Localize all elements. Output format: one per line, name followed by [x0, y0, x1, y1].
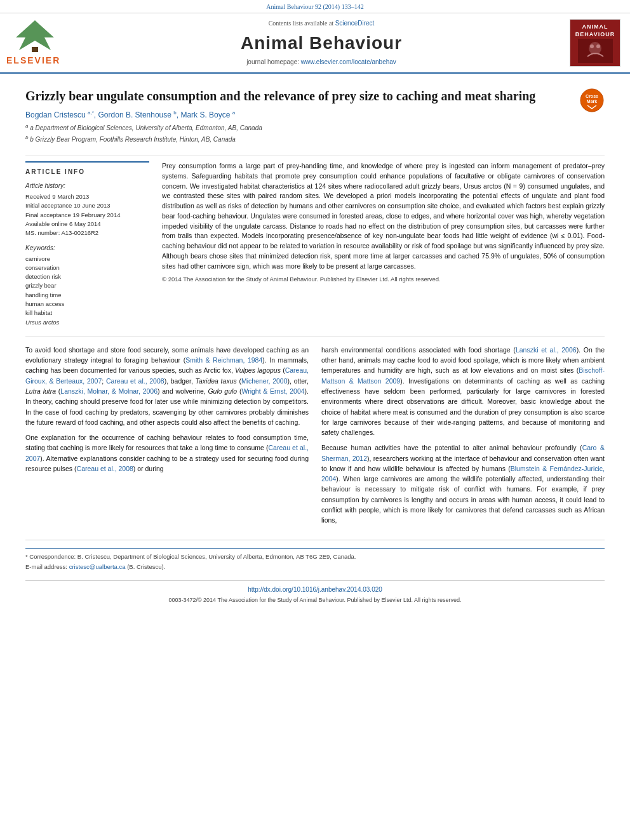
issn-line: 0003-3472/© 2014 The Association for the… [25, 596, 605, 604]
ab-logo-image [578, 39, 613, 63]
email-link[interactable]: cristesc@ualberta.ca [69, 563, 126, 570]
page-wrapper: Animal Behaviour 92 (2014) 133–142 ELSEV… [0, 0, 630, 610]
svg-point-5 [590, 44, 594, 48]
content-area: Grizzly bear ungulate consumption and th… [0, 74, 630, 611]
keyword-7: kill habitat [25, 309, 149, 317]
affil-sup-b: b [173, 110, 176, 116]
journal-homepage: journal homepage: www.elsevier.com/locat… [83, 58, 560, 67]
journal-title: Animal Behaviour [83, 30, 560, 55]
elsevier-tree-icon [6, 18, 64, 53]
article-info-box: ARTICLE INFO Article history: Received 9… [25, 161, 149, 326]
ref-wright[interactable]: Wright & Ernst, 2004 [241, 387, 304, 395]
keyword-3: detection risk [25, 272, 149, 281]
abstract-copyright: © 2014 The Association for the Study of … [162, 275, 605, 284]
ref-bischoff[interactable]: Bischoff-Mattson & Mattson 2009 [321, 366, 605, 384]
homepage-link[interactable]: www.elsevier.com/locate/anbehav [301, 58, 396, 65]
sciencedirect-line: Contents lists available at ScienceDirec… [83, 19, 560, 28]
body-para-1: To avoid food shortage and store food se… [25, 345, 309, 427]
svg-text:Cross: Cross [586, 94, 598, 98]
sciencedirect-link[interactable]: ScienceDirect [335, 20, 375, 27]
body-para-4: Because human activities have the potent… [321, 443, 605, 525]
ref-blumstein[interactable]: Blumstein & Fernández-Juricic, 2004 [321, 465, 605, 483]
affiliations: a a Department of Biological Sciences, U… [25, 123, 579, 144]
keywords-section: Keywords: carnivore conservation detecti… [25, 244, 149, 326]
keyword-2: conservation [25, 263, 149, 272]
ref-michener[interactable]: Michener, 2000 [241, 377, 288, 385]
date-received: Received 9 March 2013 [25, 192, 149, 201]
keywords-title: Keywords: [25, 244, 149, 253]
crossmark-container: Cross Mark [579, 88, 605, 116]
affil-sup-a: a,* [88, 110, 94, 116]
journal-header: ELSEVIER Contents lists available at Sci… [0, 13, 630, 74]
date-final: Final acceptance 19 February 2014 [25, 211, 149, 219]
body-section: To avoid food shortage and store food se… [25, 337, 605, 531]
doi-link[interactable]: http://dx.doi.org/10.1016/j.anbehav.2014… [248, 586, 382, 593]
ms-number: MS. number: A13-00216R2 [25, 229, 149, 237]
doi-line: http://dx.doi.org/10.1016/j.anbehav.2014… [25, 584, 605, 595]
keyword-5: handling time [25, 291, 149, 299]
header-right: ANIMALBEHAVIOUR [566, 18, 624, 67]
ab-logo: ANIMALBEHAVIOUR [570, 19, 620, 67]
footnotes-section: * Correspondence: B. Cristescu, Departme… [25, 540, 605, 571]
abstract-paragraph: Prey consumption forms a large part of p… [162, 161, 605, 271]
svg-point-6 [596, 44, 600, 48]
footnote-email: E-mail address: cristesc@ualberta.ca (B.… [25, 563, 605, 571]
history-label: Article history: [25, 182, 149, 190]
body-two-col: To avoid food shortage and store food se… [25, 345, 605, 531]
ref-caro[interactable]: Caro & Sherman, 2012 [321, 444, 605, 462]
contents-text: Contents lists available at [269, 20, 335, 27]
ref-careau2008[interactable]: Careau et al., 2008 [106, 377, 164, 385]
ref-smith[interactable]: Smith & Reichman, 1984 [185, 356, 262, 364]
ref-lanszki2[interactable]: Lanszki et al., 2006 [516, 346, 577, 354]
footer-bar: http://dx.doi.org/10.1016/j.anbehav.2014… [25, 580, 605, 604]
authors: Bogdan Cristescu a,*, Gordon B. Stenhous… [25, 109, 579, 121]
crossmark-icon[interactable]: Cross Mark [579, 88, 605, 113]
journal-citation: Animal Behaviour 92 (2014) 133–142 [266, 3, 363, 10]
article-title-section: Grizzly bear ungulate consumption and th… [25, 80, 605, 156]
author-bogdan: Bogdan Cristescu [25, 110, 86, 119]
body-para-2: One explanation for the occurrence of ca… [25, 432, 309, 474]
body-col-left: To avoid food shortage and store food se… [25, 345, 309, 531]
author-mark: Mark S. Boyce [180, 110, 230, 119]
keyword-1: carnivore [25, 255, 149, 263]
article-info-abstract: ARTICLE INFO Article history: Received 9… [25, 161, 605, 327]
header-center: Contents lists available at ScienceDirec… [83, 18, 560, 67]
footnote-divider [25, 548, 605, 549]
article-info-title: ARTICLE INFO [25, 168, 149, 177]
body-para-3: harsh environmental conditions associate… [321, 345, 605, 437]
keyword-8: Ursus arctos [25, 318, 149, 326]
footnote-correspondence: * Correspondence: B. Cristescu, Departme… [25, 552, 605, 561]
affil-sup-a2: a [232, 110, 235, 116]
affil-line-1: a a Department of Biological Sciences, U… [25, 123, 579, 133]
date-initial: Initial acceptance 10 June 2013 [25, 201, 149, 210]
title-block: Grizzly bear ungulate consumption and th… [25, 88, 579, 150]
author-gordon: Gordon B. Stenhouse [98, 110, 171, 119]
ab-logo-title: ANIMALBEHAVIOUR [575, 23, 615, 39]
top-bar: Animal Behaviour 92 (2014) 133–142 [0, 0, 630, 13]
date-online: Available online 6 May 2014 [25, 220, 149, 228]
svg-rect-2 [32, 47, 38, 52]
keyword-4: grizzly bear [25, 281, 149, 290]
elsevier-wordmark: ELSEVIER [6, 55, 60, 67]
homepage-text: journal homepage: [246, 58, 301, 65]
affil-line-2: b b Grizzly Bear Program, Foothills Rese… [25, 134, 579, 144]
abstract-text: Prey consumption forms a large part of p… [162, 161, 605, 284]
body-col-right: harsh environmental conditions associate… [321, 345, 605, 531]
svg-text:Mark: Mark [587, 99, 597, 103]
ref-careau2008b[interactable]: Careau et al., 2008 [77, 465, 133, 472]
ref-lanszki[interactable]: Lanszki, Molnar, & Molnar, 2006 [60, 387, 158, 395]
ref-careau2007b[interactable]: Careau et al., 2007 [25, 444, 309, 462]
header-left: ELSEVIER [6, 18, 76, 67]
article-title: Grizzly bear ungulate consumption and th… [25, 88, 579, 104]
right-col: Prey consumption forms a large part of p… [162, 161, 605, 327]
elsevier-logo: ELSEVIER [6, 18, 76, 67]
left-col: ARTICLE INFO Article history: Received 9… [25, 161, 149, 327]
keyword-6: human access [25, 300, 149, 308]
